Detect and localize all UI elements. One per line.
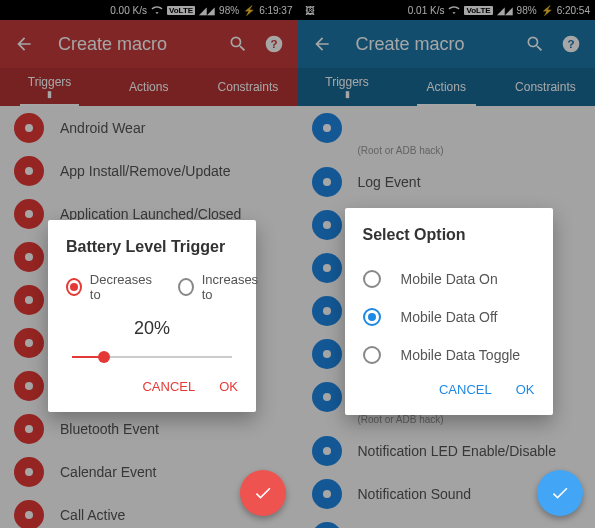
select-dialog: Select Option Mobile Data OnMobile Data …	[345, 208, 553, 415]
radio-decreases[interactable]: Decreases to	[66, 272, 154, 302]
radio-increases[interactable]: Increases to	[178, 272, 260, 302]
dialog-title: Select Option	[363, 226, 535, 244]
radio-option[interactable]: Mobile Data Off	[363, 298, 535, 336]
radio-option[interactable]: Mobile Data Toggle	[363, 336, 535, 374]
fab-confirm[interactable]	[537, 470, 583, 516]
radio-option[interactable]: Mobile Data On	[363, 260, 535, 298]
ok-button[interactable]: OK	[516, 382, 535, 397]
fab-confirm[interactable]	[240, 470, 286, 516]
battery-dialog: Battery Level Trigger Decreases to Incre…	[48, 220, 256, 412]
percent-label: 20%	[66, 318, 238, 339]
dialog-title: Battery Level Trigger	[66, 238, 238, 256]
cancel-button[interactable]: CANCEL	[439, 382, 492, 397]
cancel-button[interactable]: CANCEL	[142, 379, 195, 394]
battery-slider[interactable]	[72, 345, 232, 369]
ok-button[interactable]: OK	[219, 379, 238, 394]
